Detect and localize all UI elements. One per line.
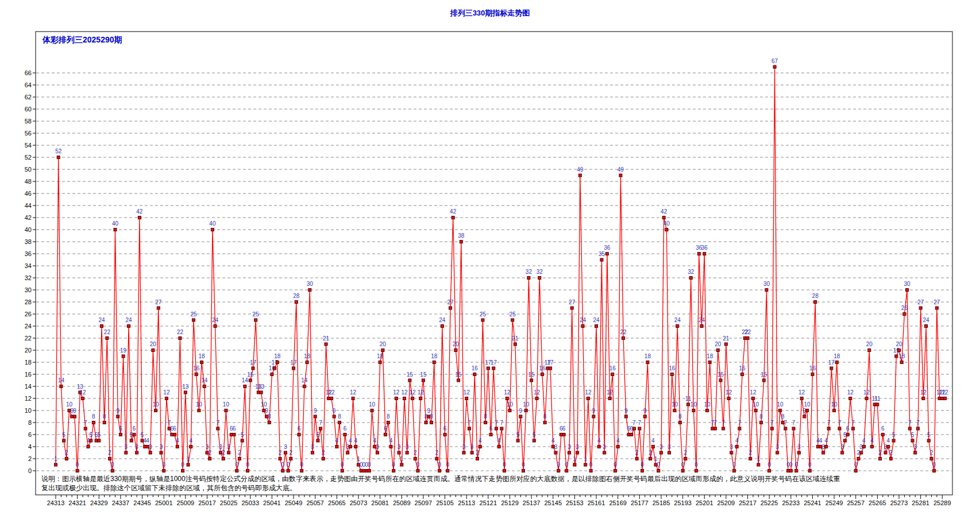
- data-point-marker: [587, 397, 589, 400]
- data-point-marker: [214, 325, 217, 328]
- data-point-label: 8: [92, 413, 95, 420]
- data-point-label: 6: [344, 425, 347, 432]
- data-point-label: 10: [196, 401, 203, 408]
- data-point-label: 42: [136, 208, 143, 215]
- data-point-label: 7: [738, 420, 742, 426]
- y-axis-label: 42: [25, 214, 32, 221]
- data-point-marker: [792, 427, 795, 430]
- data-point-marker: [117, 415, 119, 418]
- x-axis-label: 25033: [241, 499, 259, 506]
- data-point-marker: [389, 445, 392, 448]
- data-point-marker: [209, 458, 211, 460]
- data-point-label: 16: [193, 365, 200, 371]
- data-point-marker: [462, 451, 465, 454]
- data-point-label: 0: [641, 462, 644, 468]
- data-point-label: 22: [177, 329, 184, 335]
- data-point-marker: [303, 385, 306, 388]
- x-axis-label: 24345: [133, 499, 151, 506]
- data-point-label: 2: [889, 450, 893, 456]
- data-point-marker: [757, 463, 760, 466]
- data-point-marker: [487, 367, 489, 370]
- data-point-marker: [452, 216, 454, 219]
- data-point-label: 3: [668, 444, 671, 450]
- data-point-marker: [119, 433, 122, 436]
- data-point-marker: [408, 379, 411, 382]
- data-point-label: 9: [519, 408, 523, 414]
- data-point-label: 10: [753, 401, 759, 408]
- data-point-label: 7: [468, 420, 471, 426]
- data-point-label: 20: [380, 341, 387, 347]
- data-point-label: 18: [377, 353, 384, 359]
- data-point-marker: [700, 325, 703, 328]
- data-point-label: 0: [235, 462, 238, 468]
- data-point-marker: [697, 253, 700, 255]
- data-point-label: 9: [427, 408, 431, 414]
- x-axis-label: 25193: [674, 499, 692, 506]
- data-point-label: 12: [418, 389, 425, 396]
- data-point-label: 2: [435, 450, 439, 456]
- data-point-marker: [795, 470, 798, 472]
- y-axis-label: 10: [25, 407, 32, 414]
- data-point-label: 2: [290, 450, 293, 456]
- data-point-marker: [843, 439, 846, 442]
- data-point-marker: [349, 445, 352, 448]
- y-axis-label: 26: [25, 311, 32, 317]
- data-point-marker: [944, 397, 947, 400]
- data-point-label: 25: [480, 311, 487, 317]
- data-point-label: 3: [797, 444, 801, 450]
- data-point-marker: [238, 458, 241, 460]
- data-point-marker: [808, 470, 811, 472]
- data-point-marker: [508, 409, 511, 412]
- data-point-label: 7: [770, 420, 774, 426]
- data-point-label: 10: [261, 401, 268, 408]
- data-point-marker: [317, 439, 319, 442]
- data-point-label: 18: [834, 353, 840, 359]
- data-point-marker: [565, 470, 568, 472]
- data-point-marker: [98, 439, 101, 442]
- data-point-marker: [516, 439, 519, 442]
- data-point-marker: [460, 241, 462, 243]
- data-point-marker: [651, 445, 654, 448]
- data-point-label: 2: [208, 450, 211, 456]
- data-point-label: 9: [73, 408, 76, 414]
- data-point-label: 27: [155, 299, 162, 305]
- data-point-marker: [876, 403, 879, 406]
- data-point-marker: [298, 433, 300, 436]
- data-point-label: 7: [638, 420, 642, 426]
- data-point-marker: [927, 439, 930, 442]
- data-point-label: 6: [846, 425, 850, 432]
- data-point-label: 14: [201, 377, 208, 383]
- data-point-marker: [130, 439, 133, 442]
- data-point-marker: [152, 349, 155, 352]
- data-point-label: 2: [279, 450, 282, 456]
- data-point-label: 0: [789, 462, 793, 468]
- data-point-label: 38: [458, 233, 465, 239]
- data-point-marker: [468, 427, 470, 430]
- data-point-label: 6: [298, 425, 301, 432]
- data-point-marker: [868, 349, 871, 352]
- data-point-marker: [173, 433, 176, 436]
- data-point-label: 8: [338, 413, 341, 420]
- data-point-label: 4: [335, 437, 339, 444]
- data-point-label: 0: [854, 462, 858, 468]
- data-point-label: 8: [387, 413, 390, 420]
- data-point-marker: [249, 379, 252, 382]
- y-axis-label: 6: [28, 431, 32, 438]
- x-axis-label: 25073: [350, 499, 368, 506]
- data-point-label: 7: [916, 420, 920, 426]
- data-point-marker: [789, 470, 792, 472]
- data-point-label: 67: [771, 58, 778, 64]
- data-point-label: 25: [510, 311, 516, 317]
- data-point-label: 0: [416, 462, 420, 468]
- data-point-marker: [730, 451, 733, 454]
- data-point-marker: [425, 421, 427, 424]
- data-point-label: 49: [618, 166, 624, 173]
- data-point-marker: [381, 349, 384, 352]
- data-point-marker: [470, 451, 473, 454]
- x-axis-label: 25281: [912, 499, 929, 506]
- data-point-label: 4: [189, 437, 192, 444]
- data-point-marker: [128, 325, 130, 328]
- data-point-marker: [722, 427, 725, 430]
- data-point-label: 4: [819, 437, 823, 444]
- data-point-label: 5: [533, 432, 536, 438]
